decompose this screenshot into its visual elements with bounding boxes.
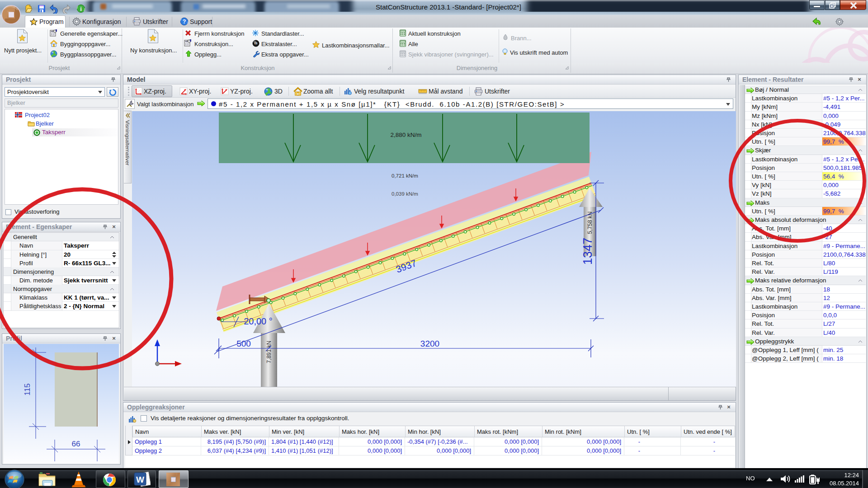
svg-text:?: ? — [183, 19, 186, 25]
svg-text:3200: 3200 — [420, 339, 439, 348]
svg-text:500: 500 — [236, 339, 251, 348]
svg-text:7,891 kN: 7,891 kN — [266, 341, 272, 363]
svg-text:i: i — [80, 5, 82, 12]
svg-text:0,721 kN/m: 0,721 kN/m — [392, 173, 418, 178]
svg-text:20,00 °: 20,00 ° — [244, 316, 273, 326]
svg-text:2,880 kN/m: 2,880 kN/m — [390, 131, 421, 138]
svg-text:115: 115 — [23, 383, 32, 395]
svg-text:0,039 kN/m: 0,039 kN/m — [392, 191, 418, 197]
svg-text:W: W — [136, 475, 144, 484]
svg-text:66: 66 — [72, 440, 80, 448]
svg-text:1347: 1347 — [581, 238, 594, 265]
